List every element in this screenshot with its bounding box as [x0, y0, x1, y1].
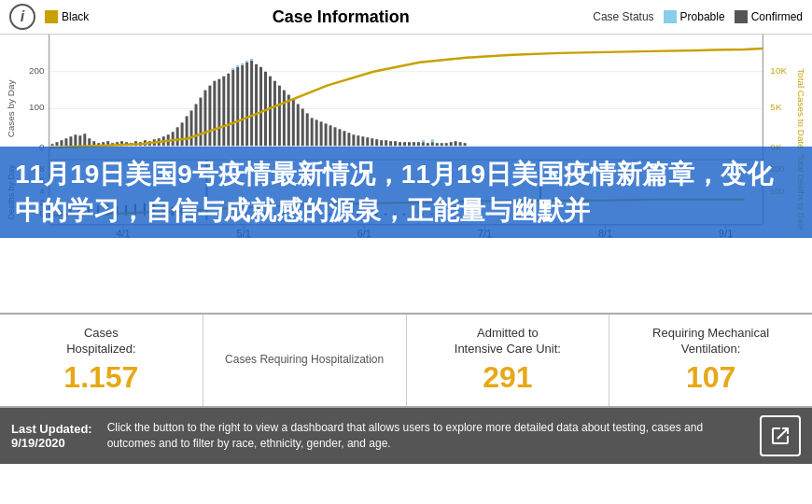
stat-icu: Admitted toIntensive Care Unit: 291 — [407, 315, 610, 406]
svg-rect-42 — [190, 110, 193, 146]
svg-rect-102 — [445, 143, 448, 146]
svg-rect-74 — [338, 129, 341, 146]
svg-rect-39 — [176, 127, 179, 146]
legend-probable: Probable — [664, 10, 725, 23]
stat-icu-value: 291 — [483, 360, 532, 395]
last-updated-label: Last Updated: — [11, 422, 92, 436]
svg-rect-49 — [222, 77, 225, 147]
svg-rect-105 — [459, 142, 462, 146]
svg-rect-55 — [250, 61, 253, 146]
svg-rect-100 — [436, 143, 439, 146]
svg-rect-61 — [278, 86, 281, 147]
svg-rect-95 — [413, 142, 415, 146]
svg-rect-70 — [320, 121, 323, 146]
stat-hospitalized-label: CasesHospitalized: — [66, 326, 135, 357]
svg-rect-101 — [441, 143, 443, 146]
case-status-label: Case Status — [593, 10, 653, 23]
last-updated-block: Last Updated: 9/19/2020 — [11, 422, 92, 450]
legend-confirmed-box — [735, 10, 748, 23]
svg-rect-18 — [78, 135, 81, 146]
svg-rect-106 — [464, 143, 467, 146]
svg-rect-14 — [60, 140, 63, 146]
legend-confirmed: Confirmed — [735, 10, 803, 23]
svg-rect-54 — [245, 63, 248, 146]
svg-text:10K: 10K — [770, 65, 787, 76]
svg-rect-98 — [427, 143, 429, 146]
svg-rect-76 — [347, 133, 350, 146]
svg-rect-13 — [56, 142, 59, 146]
svg-rect-46 — [208, 86, 211, 147]
legend-probable-label: Probable — [680, 10, 725, 23]
svg-rect-41 — [186, 116, 189, 146]
svg-rect-19 — [83, 133, 86, 146]
legend-confirmed-label: Confirmed — [751, 10, 803, 23]
svg-rect-66 — [301, 108, 304, 146]
svg-rect-79 — [361, 136, 364, 146]
svg-rect-85 — [245, 61, 248, 63]
svg-rect-45 — [203, 91, 206, 147]
svg-rect-53 — [241, 65, 244, 146]
stat-requiring-hosp: Cases Requiring Hospitalization — [203, 315, 407, 406]
svg-rect-104 — [455, 141, 457, 146]
svg-rect-43 — [195, 105, 198, 147]
svg-rect-51 — [231, 70, 234, 146]
overlay-text: 11月19日美国9号疫情最新情况，11月19日美国疫情新篇章，变化中的学习，自信… — [0, 147, 812, 238]
stat-ventilation-value: 107 — [686, 360, 735, 395]
svg-rect-17 — [74, 134, 77, 146]
svg-text:Cases by Day: Cases by Day — [6, 80, 16, 138]
svg-rect-62 — [283, 91, 286, 147]
svg-rect-75 — [343, 131, 345, 146]
svg-rect-81 — [371, 138, 373, 146]
svg-rect-93 — [403, 142, 406, 146]
svg-rect-20 — [88, 138, 91, 146]
legend-probable-box — [664, 10, 677, 23]
svg-rect-77 — [352, 134, 355, 146]
svg-rect-44 — [199, 98, 202, 147]
svg-rect-82 — [231, 68, 234, 70]
external-link-button[interactable] — [760, 415, 801, 456]
svg-rect-83 — [236, 65, 239, 67]
svg-rect-108 — [431, 139, 434, 142]
svg-rect-16 — [69, 136, 72, 146]
svg-rect-64 — [292, 100, 295, 147]
stats-row: CasesHospitalized: 1.157 Cases Requiring… — [0, 315, 812, 408]
svg-rect-59 — [269, 77, 272, 147]
svg-rect-48 — [217, 79, 220, 147]
stat-ventilation-label: Requiring MechanicalVentilation: — [652, 326, 769, 357]
svg-rect-68 — [311, 118, 314, 146]
svg-rect-92 — [399, 142, 401, 146]
stat-ventilation: Requiring MechanicalVentilation: 107 — [609, 315, 812, 406]
svg-rect-97 — [422, 142, 425, 146]
svg-rect-84 — [241, 63, 244, 65]
svg-rect-47 — [213, 81, 216, 147]
svg-rect-88 — [380, 140, 383, 146]
legend-black-box — [45, 10, 58, 23]
svg-rect-69 — [315, 119, 318, 146]
svg-rect-73 — [334, 127, 337, 146]
svg-rect-40 — [181, 122, 184, 146]
svg-rect-12 — [51, 144, 54, 146]
svg-rect-50 — [227, 74, 230, 146]
stat-hospitalized-value: 1.157 — [63, 360, 138, 395]
svg-rect-67 — [306, 113, 309, 146]
svg-text:Total Cases to Date: Total Cases to Date — [796, 68, 806, 149]
svg-rect-15 — [64, 138, 67, 146]
svg-rect-72 — [329, 125, 332, 146]
svg-rect-38 — [172, 132, 175, 146]
info-icon[interactable]: i — [9, 4, 35, 30]
svg-rect-89 — [385, 140, 387, 146]
svg-rect-87 — [375, 139, 378, 146]
legend-black: Black — [45, 10, 89, 23]
bottom-bar: Last Updated: 9/19/2020 Click the button… — [0, 408, 812, 464]
stat-requiring-hosp-label: Cases Requiring Hospitalization — [225, 353, 384, 368]
svg-rect-78 — [357, 135, 359, 146]
svg-rect-96 — [417, 142, 420, 146]
svg-rect-52 — [236, 67, 239, 146]
stat-hospitalized: CasesHospitalized: 1.157 — [0, 315, 203, 406]
svg-rect-90 — [389, 141, 392, 146]
svg-rect-80 — [366, 137, 369, 146]
chart-title: Case Information — [98, 7, 583, 27]
svg-rect-91 — [394, 141, 397, 146]
svg-rect-71 — [325, 123, 328, 146]
svg-rect-94 — [408, 142, 411, 146]
